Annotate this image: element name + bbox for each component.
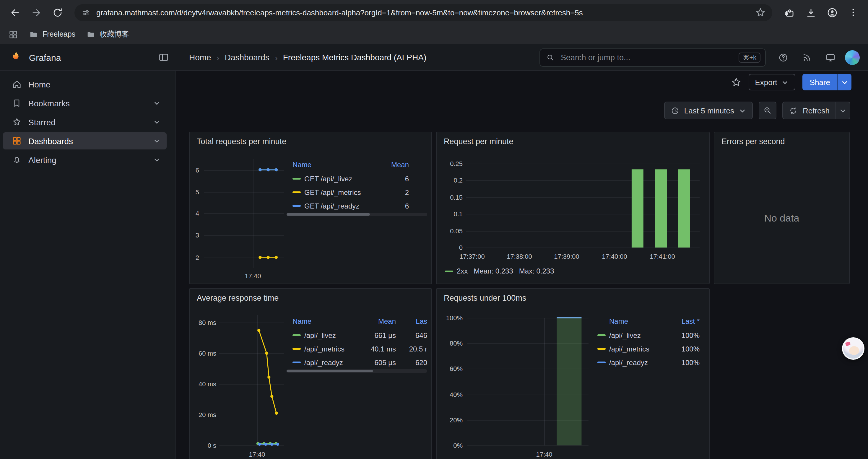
sidebar-item-home[interactable]: Home: [3, 76, 167, 93]
breadcrumb-dashboards[interactable]: Dashboards: [225, 53, 270, 62]
legend-row[interactable]: GET /api/_metrics 2: [286, 186, 427, 199]
y-axis-label: 0.25: [442, 160, 463, 168]
legend-row[interactable]: /api/_metrics 40.1 ms 20.5 r: [286, 342, 427, 356]
legend-scrollbar[interactable]: [286, 369, 427, 373]
share-menu-button[interactable]: [837, 74, 851, 90]
panel-title[interactable]: Request per minute: [444, 137, 514, 146]
forward-button[interactable]: [27, 4, 45, 21]
dock-sidebar-icon[interactable]: [158, 52, 169, 63]
url-text[interactable]: grafana.mathmast.com/d/deytv4rwavabkb/fr…: [96, 8, 750, 17]
browser-menu-button[interactable]: [844, 4, 862, 21]
refresh-interval-button[interactable]: [836, 102, 850, 119]
y-axis-label: 0%: [441, 441, 463, 450]
legend-col-name[interactable]: Name: [609, 317, 671, 326]
series-name: /api/_readyz: [609, 358, 671, 366]
export-button[interactable]: Export: [748, 74, 795, 90]
chevron-down-icon[interactable]: [153, 137, 161, 145]
bookmark-label: Freeleaps: [42, 30, 75, 38]
sidebar-item-dashboards[interactable]: Dashboards: [3, 132, 167, 150]
legend-row[interactable]: /api/_metrics 100%: [597, 342, 700, 356]
x-axis-label: 17:39:00: [549, 252, 584, 261]
y-axis-label: 20%: [441, 416, 463, 424]
address-bar[interactable]: grafana.mathmast.com/d/deytv4rwavabkb/fr…: [74, 4, 772, 21]
legend-row[interactable]: /api/_livez 100%: [597, 328, 700, 342]
chevron-down-icon: [739, 107, 747, 114]
time-range-picker[interactable]: Last 5 minutes: [664, 102, 753, 119]
series-last: 20.5 r: [401, 345, 427, 353]
panel-title[interactable]: Errors per second: [721, 137, 785, 146]
apps-grid-icon[interactable]: [8, 29, 18, 39]
legend-col-mean[interactable]: Mean: [385, 161, 409, 169]
legend-row[interactable]: /api/_livez 661 µs 646: [286, 328, 427, 342]
breadcrumb-separator: ›: [217, 52, 219, 62]
y-axis-label: 80%: [441, 339, 463, 347]
legend-row[interactable]: /api/_readyz 100%: [597, 356, 700, 369]
sidebar-item-bookmarks[interactable]: Bookmarks: [3, 95, 167, 112]
legend-header: Name Last *: [597, 314, 700, 328]
legend-scrollbar[interactable]: [286, 213, 427, 216]
series-mean: 40.1 ms: [361, 345, 396, 353]
scrollbar-thumb[interactable]: [286, 213, 370, 216]
bookmark-item-blog[interactable]: 收藏博客: [86, 29, 129, 39]
bookmark-star-icon[interactable]: [755, 7, 766, 18]
breadcrumb-home[interactable]: Home: [189, 53, 211, 62]
breadcrumb: Home › Dashboards › Freeleaps Metrics Da…: [189, 52, 426, 62]
y-axis-label: 40 ms: [195, 380, 216, 388]
search-bar[interactable]: ⌘+k: [539, 48, 766, 66]
scrollbar-thumb[interactable]: [286, 370, 373, 372]
series-mean: 6: [385, 202, 409, 210]
panel-title[interactable]: Total requests per minute: [197, 137, 286, 146]
refresh-button[interactable]: Refresh: [783, 102, 836, 119]
profile-button[interactable]: [823, 4, 841, 21]
chevron-down-icon[interactable]: [153, 99, 161, 107]
star-icon: [12, 117, 22, 127]
series-name: GET /api/_readyz: [304, 202, 385, 210]
legend-header: Name Mean: [286, 158, 427, 172]
bookmarks-bar: Freeleaps 收藏博客: [0, 25, 868, 44]
legend-col-name[interactable]: Name: [292, 317, 361, 326]
sidebar-item-label: Alerting: [28, 155, 147, 165]
y-axis-label: 0.15: [442, 193, 463, 201]
brand-name: Grafana: [29, 52, 61, 62]
floating-avatar-button[interactable]: [842, 337, 864, 360]
grafana-logo[interactable]: [9, 51, 23, 64]
user-avatar[interactable]: [845, 50, 860, 65]
legend-row[interactable]: GET /api/_livez 6: [286, 172, 427, 186]
back-button[interactable]: [6, 4, 24, 21]
news-button[interactable]: [798, 48, 815, 66]
downloads-button[interactable]: [802, 4, 819, 21]
kiosk-button[interactable]: [821, 48, 839, 66]
series-name[interactable]: 2xx: [457, 267, 468, 275]
panel-title[interactable]: Requests under 100ms: [444, 294, 526, 302]
legend-col-mean[interactable]: Mean: [361, 317, 396, 326]
grafana-body: Home Bookmarks Starred Dashboards: [0, 71, 868, 459]
search-input[interactable]: [560, 52, 734, 62]
sidebar-item-label: Bookmarks: [28, 98, 147, 108]
legend-row[interactable]: /api/_readyz 605 µs 620: [286, 356, 427, 369]
panel-title[interactable]: Average response time: [197, 294, 279, 302]
chevron-down-icon[interactable]: [153, 118, 161, 126]
chevron-down-icon[interactable]: [153, 156, 161, 164]
series-name: GET /api/_metrics: [304, 188, 385, 196]
sidebar-item-starred[interactable]: Starred: [3, 113, 167, 131]
bookmark-item-freeleaps[interactable]: Freeleaps: [29, 30, 75, 39]
panel-total-requests: Total requests per minute 6 5 4 3 2 17:4…: [189, 132, 432, 284]
folder-icon: [86, 30, 95, 39]
legend-row[interactable]: GET /api/_readyz 6: [286, 199, 427, 213]
folder-icon: [29, 30, 38, 39]
y-axis-label: 6: [192, 166, 199, 174]
zoom-out-button[interactable]: [759, 102, 777, 119]
sidebar-item-alerting[interactable]: Alerting: [3, 151, 167, 168]
reload-button[interactable]: [49, 4, 66, 21]
share-button[interactable]: Share: [803, 74, 837, 90]
legend-header: Name Mean Las: [286, 314, 427, 328]
star-dashboard-icon[interactable]: [731, 77, 741, 88]
y-axis-label: 2: [192, 254, 199, 262]
help-button[interactable]: [774, 48, 792, 66]
extensions-button[interactable]: [780, 4, 798, 21]
legend-col-last[interactable]: Last *: [671, 317, 700, 326]
legend-col-last[interactable]: Las: [401, 317, 427, 326]
legend-col-name[interactable]: Name: [292, 161, 385, 169]
y-axis-label: 0.05: [442, 227, 463, 235]
series-last: 646: [401, 331, 427, 339]
